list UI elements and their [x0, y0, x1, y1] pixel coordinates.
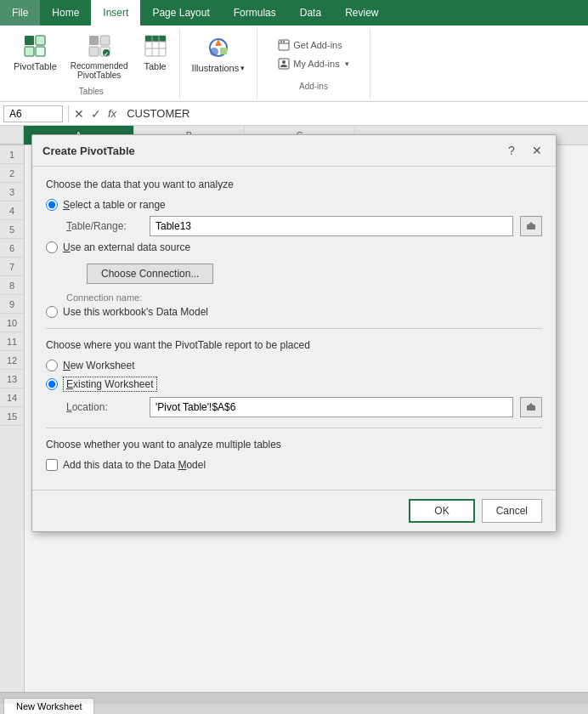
- formula-input: CUSTOMER: [123, 105, 585, 122]
- fx-icon: fx: [105, 107, 120, 120]
- svg-point-19: [210, 48, 218, 56]
- formula-divider: [68, 105, 69, 122]
- location-collapse-icon: [526, 402, 536, 412]
- addins-group-label: Add-ins: [299, 82, 328, 94]
- table-range-input[interactable]: [150, 216, 513, 236]
- dialog-help-button[interactable]: ?: [503, 142, 520, 159]
- store-icon: [278, 39, 290, 51]
- name-box[interactable]: [3, 105, 63, 122]
- dialog-controls: ? ✕: [503, 142, 546, 159]
- external-source-label[interactable]: Use an external data source: [63, 241, 190, 253]
- illustrations-button[interactable]: Illustrations ▾: [185, 29, 252, 76]
- ribbon-group-illustrations: Illustrations ▾: [180, 29, 258, 99]
- dialog-title-bar: Create PivotTable ? ✕: [32, 135, 556, 167]
- create-pivottable-dialog: Create PivotTable ? ✕ Choose the data th…: [31, 134, 557, 532]
- table-icon: [142, 32, 169, 60]
- dialog-title: Create PivotTable: [42, 144, 135, 157]
- data-model-checkbox-row: Add this data to the Data Model: [46, 459, 542, 471]
- data-model-checkbox-label[interactable]: Add this data to the Data Model: [63, 459, 206, 471]
- formula-icons: ✕ ✓: [74, 107, 101, 121]
- recommended-pivottables-icon: ✓: [86, 32, 113, 60]
- existing-worksheet-radio-row: Existing Worksheet: [46, 377, 542, 392]
- data-model-label[interactable]: Use this workbook's Data Model: [63, 306, 208, 318]
- dialog-close-button[interactable]: ✕: [529, 142, 546, 159]
- menu-insert[interactable]: Insert: [91, 0, 140, 26]
- my-addins-button[interactable]: My Add-ins ▾: [273, 56, 353, 71]
- illustrations-icon: [203, 32, 234, 63]
- data-model-checkbox[interactable]: [46, 459, 58, 471]
- confirm-icon[interactable]: ✓: [91, 107, 101, 121]
- existing-worksheet-label[interactable]: Existing Worksheet: [63, 377, 157, 392]
- addins-items: Get Add-ins My Add-ins ▾: [266, 34, 360, 75]
- menu-data[interactable]: Data: [288, 0, 333, 26]
- svg-rect-4: [89, 36, 99, 45]
- separator2: [46, 428, 542, 428]
- new-worksheet-radio[interactable]: [46, 360, 58, 371]
- svg-rect-3: [36, 47, 45, 56]
- cancel-icon[interactable]: ✕: [74, 107, 84, 121]
- ok-button[interactable]: OK: [409, 499, 474, 523]
- table-label: Table: [144, 61, 166, 71]
- section3-label: Choose whether you want to analyze multi…: [46, 439, 542, 450]
- location-collapse-button[interactable]: [520, 397, 542, 417]
- section1-label: Choose the data that you want to analyze: [46, 178, 542, 190]
- ribbon-group-addins: Get Add-ins My Add-ins ▾ Add-ins: [257, 29, 370, 99]
- spreadsheet-area: A B C 1 2 3 4 5 6 7 8 9 10 11 12 13 14 1…: [0, 126, 588, 704]
- table-range-collapse-button[interactable]: [520, 216, 542, 236]
- tables-buttons: PivotTable ✓ RecommendedPivotTables: [8, 29, 174, 83]
- existing-worksheet-radio[interactable]: [46, 378, 58, 390]
- menu-file[interactable]: File: [0, 0, 40, 26]
- svg-rect-6: [89, 47, 99, 56]
- pivottable-button[interactable]: PivotTable: [8, 29, 62, 75]
- svg-rect-2: [25, 47, 34, 56]
- dialog-overlay: Create PivotTable ? ✕ Choose the data th…: [0, 126, 588, 704]
- my-addins-label: My Add-ins: [293, 59, 339, 69]
- dialog-body: Choose the data that you want to analyze…: [32, 167, 556, 490]
- separator1: [46, 328, 542, 329]
- svg-marker-27: [528, 222, 534, 225]
- data-model-radio[interactable]: [46, 306, 58, 318]
- svg-point-23: [283, 41, 285, 42]
- table-button[interactable]: Table: [137, 29, 174, 75]
- menu-home[interactable]: Home: [40, 0, 91, 26]
- data-model-radio-row: Use this workbook's Data Model: [46, 306, 542, 318]
- svg-point-25: [282, 60, 286, 64]
- choose-conn-wrapper: Choose Connection...: [66, 258, 542, 289]
- svg-rect-11: [145, 36, 166, 42]
- ribbon: PivotTable ✓ RecommendedPivotTables: [0, 26, 588, 102]
- svg-marker-29: [528, 403, 534, 406]
- table-range-field-row: Table/Range:: [66, 216, 542, 236]
- svg-rect-1: [36, 36, 45, 45]
- svg-rect-5: [100, 36, 110, 45]
- menu-bar: File Home Insert Page Layout Formulas Da…: [0, 0, 588, 26]
- external-source-radio-row: Use an external data source: [46, 241, 542, 253]
- select-table-label[interactable]: Select a table or range: [63, 199, 166, 211]
- recommended-pivottables-button[interactable]: ✓ RecommendedPivotTables: [65, 29, 133, 83]
- menu-formulas[interactable]: Formulas: [222, 0, 288, 26]
- cancel-button[interactable]: Cancel: [482, 499, 542, 523]
- new-worksheet-radio-row: New Worksheet: [46, 360, 542, 371]
- section2-label: Choose where you want the PivotTable rep…: [46, 339, 542, 351]
- external-source-radio[interactable]: [46, 241, 58, 253]
- illustrations-label: Illustrations ▾: [192, 63, 246, 73]
- svg-rect-0: [25, 36, 34, 45]
- pivottable-icon: [21, 32, 48, 60]
- location-field-row: Location:: [66, 397, 542, 417]
- menu-pagelayout[interactable]: Page Layout: [140, 0, 221, 26]
- select-table-radio-row: Select a table or range: [46, 199, 542, 211]
- recommended-pivottables-label: RecommendedPivotTables: [71, 61, 128, 80]
- my-addins-icon: [278, 58, 290, 70]
- get-addins-button[interactable]: Get Add-ins: [273, 37, 353, 53]
- location-label: Location:: [66, 401, 143, 413]
- tables-group-label: Tables: [79, 87, 104, 99]
- new-worksheet-label[interactable]: New Worksheet: [63, 360, 134, 371]
- formula-bar: ✕ ✓ fx CUSTOMER: [0, 102, 588, 126]
- menu-review[interactable]: Review: [333, 0, 390, 26]
- svg-text:✓: ✓: [104, 51, 109, 57]
- select-table-radio[interactable]: [46, 199, 58, 211]
- connection-name-label: Connection name:: [66, 292, 542, 303]
- dialog-footer: OK Cancel: [32, 490, 556, 531]
- svg-point-22: [280, 41, 282, 42]
- location-input[interactable]: [150, 397, 513, 417]
- choose-connection-button[interactable]: Choose Connection...: [87, 264, 213, 284]
